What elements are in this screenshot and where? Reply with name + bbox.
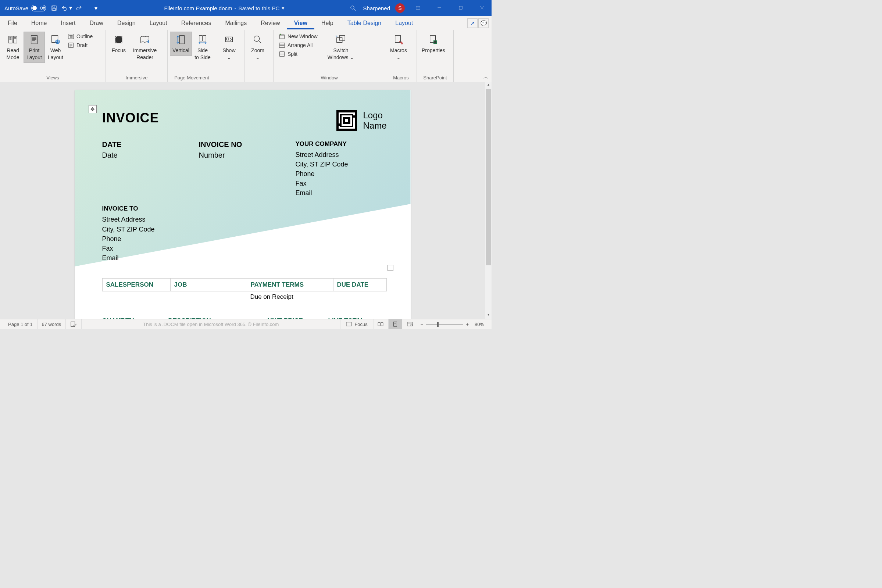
focus-mode-button[interactable]: Focus bbox=[340, 320, 373, 329]
switch-windows-button[interactable]: SwitchWindows ⌄ bbox=[325, 32, 357, 63]
svg-rect-21 bbox=[52, 36, 58, 43]
print-layout-button[interactable]: PrintLayout bbox=[24, 32, 45, 63]
invoice-no-label: INVOICE NO bbox=[198, 140, 295, 149]
user-name[interactable]: Sharpened bbox=[363, 5, 390, 11]
immersive-group-label: Immersive bbox=[108, 74, 165, 82]
svg-rect-16 bbox=[31, 36, 38, 44]
svg-rect-1 bbox=[53, 6, 55, 8]
tab-review[interactable]: Review bbox=[254, 17, 287, 29]
title-bar: AutoSave Off ▾ ▾ FileInfo.com Example.do… bbox=[0, 0, 491, 16]
macros-button[interactable]: Macros⌄ bbox=[388, 32, 410, 63]
save-icon[interactable] bbox=[49, 5, 59, 12]
show-group-label bbox=[218, 74, 242, 82]
read-mode-button[interactable]: ReadMode bbox=[2, 32, 24, 63]
draft-button[interactable]: Draft bbox=[68, 42, 93, 48]
svg-rect-33 bbox=[179, 36, 184, 44]
date-label: DATE bbox=[102, 140, 199, 149]
search-icon[interactable] bbox=[348, 5, 358, 12]
qat-customize-icon[interactable]: ▾ bbox=[91, 5, 101, 12]
tab-table-layout[interactable]: Layout bbox=[388, 17, 420, 29]
svg-rect-39 bbox=[227, 38, 229, 40]
spellcheck-icon[interactable] bbox=[66, 320, 82, 329]
chevron-down-icon[interactable]: ▾ bbox=[282, 5, 285, 11]
zoom-out-button[interactable]: − bbox=[421, 322, 424, 327]
new-window-icon bbox=[279, 33, 285, 40]
tab-insert[interactable]: Insert bbox=[54, 17, 83, 29]
show-button[interactable]: Show⌄ bbox=[218, 32, 240, 63]
redo-icon[interactable] bbox=[74, 5, 84, 12]
your-company-label: YOUR COMPANY bbox=[295, 140, 386, 148]
immersive-reader-icon bbox=[139, 33, 150, 46]
svg-line-41 bbox=[259, 41, 261, 44]
page-indicator[interactable]: Page 1 of 1 bbox=[4, 320, 38, 329]
web-layout-button[interactable]: WebLayout bbox=[45, 32, 66, 63]
tab-mailings[interactable]: Mailings bbox=[218, 17, 254, 29]
svg-rect-36 bbox=[203, 36, 206, 41]
zoom-group-label bbox=[247, 74, 271, 82]
svg-rect-2 bbox=[53, 9, 56, 10]
macros-icon bbox=[393, 33, 404, 46]
show-icon bbox=[224, 33, 234, 46]
switch-windows-icon bbox=[335, 33, 346, 46]
tab-table-design[interactable]: Table Design bbox=[340, 17, 389, 29]
share-icon[interactable]: ↗ bbox=[467, 18, 478, 28]
zoom-button[interactable]: Zoom⌄ bbox=[247, 32, 268, 63]
tab-file[interactable]: File bbox=[1, 17, 24, 29]
zoom-value[interactable]: 80% bbox=[475, 322, 484, 327]
arrange-all-button[interactable]: Arrange All bbox=[279, 42, 318, 48]
print-layout-icon bbox=[29, 33, 40, 46]
properties-icon: S bbox=[428, 33, 439, 46]
tab-view[interactable]: View bbox=[287, 17, 314, 29]
web-layout-view-icon[interactable] bbox=[403, 320, 417, 329]
svg-rect-8 bbox=[459, 6, 462, 9]
document-page: ✥ LogoName INVOICE DATE Date INVOICE NO … bbox=[75, 90, 411, 319]
svg-rect-42 bbox=[280, 35, 285, 39]
properties-button[interactable]: S Properties bbox=[419, 32, 448, 56]
svg-line-4 bbox=[354, 9, 356, 11]
focus-button[interactable]: Focus bbox=[108, 32, 129, 56]
zoom-icon bbox=[252, 33, 263, 46]
side-to-side-button[interactable]: Sideto Side bbox=[192, 32, 213, 63]
tab-strip: File Home Insert Draw Design Layout Refe… bbox=[0, 16, 491, 30]
minimize-button[interactable] bbox=[431, 5, 448, 11]
document-title: FileInfo.com Example.docm - Saved to thi… bbox=[164, 5, 285, 11]
tab-home[interactable]: Home bbox=[24, 17, 54, 29]
immersive-reader-button[interactable]: ImmersiveReader bbox=[129, 32, 160, 63]
ribbon-display-icon[interactable] bbox=[410, 5, 426, 11]
maximize-button[interactable] bbox=[452, 5, 469, 11]
zoom-slider[interactable] bbox=[426, 324, 463, 325]
undo-icon[interactable]: ▾ bbox=[59, 4, 74, 12]
svg-rect-5 bbox=[416, 6, 420, 9]
word-count[interactable]: 67 words bbox=[38, 320, 66, 329]
vertical-scrollbar[interactable]: ▴ ▾ bbox=[485, 82, 491, 319]
document-area[interactable]: ✥ LogoName INVOICE DATE Date INVOICE NO … bbox=[0, 82, 485, 319]
tab-draw[interactable]: Draw bbox=[83, 17, 110, 29]
vertical-button[interactable]: Vertical bbox=[170, 32, 192, 56]
scroll-up-icon[interactable]: ▴ bbox=[485, 82, 491, 89]
tab-layout[interactable]: Layout bbox=[143, 17, 174, 29]
comments-icon[interactable]: 💬 bbox=[478, 18, 488, 28]
print-layout-view-icon[interactable] bbox=[388, 320, 402, 329]
new-window-button[interactable]: New Window bbox=[279, 33, 318, 40]
close-button[interactable] bbox=[474, 5, 490, 11]
svg-point-3 bbox=[351, 6, 354, 9]
autosave-toggle[interactable]: AutoSave Off bbox=[5, 5, 46, 11]
zoom-in-button[interactable]: + bbox=[466, 322, 469, 327]
scroll-down-icon[interactable]: ▾ bbox=[485, 312, 491, 319]
svg-rect-69 bbox=[346, 322, 352, 326]
page-movement-group-label: Page Movement bbox=[170, 74, 213, 82]
svg-rect-44 bbox=[279, 43, 285, 45]
svg-point-75 bbox=[411, 324, 413, 326]
collapse-ribbon-icon[interactable]: ︿ bbox=[484, 74, 488, 81]
read-mode-icon bbox=[8, 33, 18, 46]
read-view-icon[interactable] bbox=[374, 320, 388, 329]
tab-help[interactable]: Help bbox=[314, 17, 340, 29]
avatar[interactable]: S bbox=[395, 3, 405, 13]
split-button[interactable]: Split bbox=[279, 51, 318, 57]
tab-references[interactable]: References bbox=[174, 17, 218, 29]
outline-button[interactable]: Outline bbox=[68, 33, 93, 40]
split-icon bbox=[279, 51, 285, 57]
scroll-thumb[interactable] bbox=[486, 89, 491, 266]
window-group-label: Window bbox=[276, 74, 383, 82]
tab-design[interactable]: Design bbox=[110, 17, 143, 29]
